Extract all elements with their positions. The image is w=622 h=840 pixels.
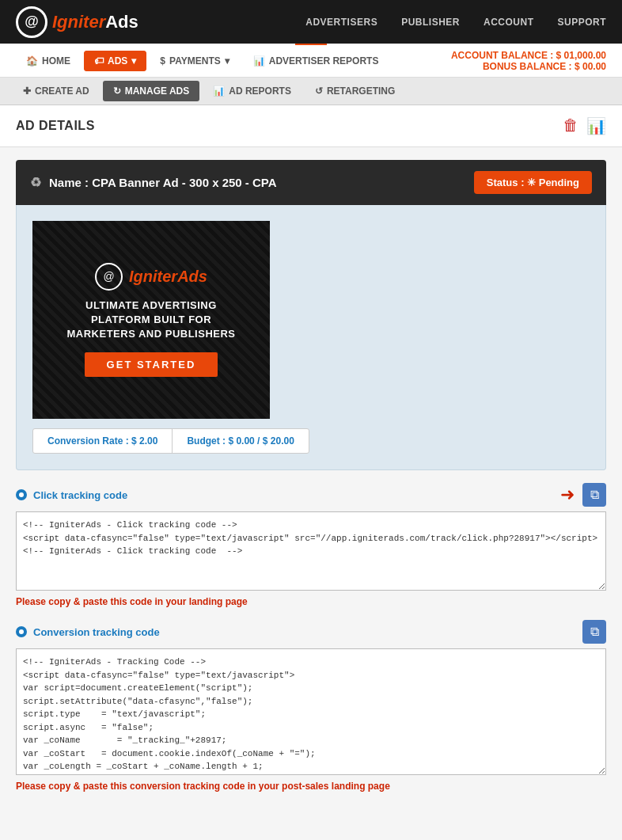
click-tracking-copy-area: ➜ ⧉: [560, 483, 606, 507]
page-title-actions: 🗑 📊: [563, 116, 606, 135]
tab-payments[interactable]: $ PAYMENTS ▾: [150, 51, 239, 71]
ad-banner-content: @ IgniterAds ULTIMATE ADVERTISINGPLATFOR…: [59, 255, 243, 386]
conversion-tracking-title: Conversion tracking code: [33, 626, 160, 638]
conversion-tracking-note: Please copy & paste this conversion trac…: [16, 781, 606, 792]
create-ad-icon: ✚: [23, 86, 31, 97]
logo-text: IgniterAds: [52, 12, 138, 32]
banner-logo: @ IgniterAds: [66, 263, 235, 291]
ad-name: Name : CPA Banner Ad - 300 x 250 - CPA: [49, 176, 277, 189]
click-tracking-label-row: Click tracking code ➜ ⧉: [16, 483, 606, 507]
logo-text-brand: Igniter: [52, 12, 105, 32]
conversion-tracking-radio[interactable]: [16, 626, 27, 637]
second-nav: ✚ CREATE AD ↻ MANAGE ADS 📊 AD REPORTS ↺ …: [0, 78, 622, 105]
page-title: AD DETAILS: [16, 119, 95, 133]
bonus-balance-label: BONUS BALANCE :: [483, 61, 572, 72]
status-icon: ✳: [527, 177, 539, 188]
stats-row: Conversion Rate : $ 2.00 Budget : $ 0.00…: [32, 428, 309, 454]
status-badge: Status : ✳ Pending: [474, 171, 592, 194]
banner-logo-brand: Ads: [177, 268, 207, 285]
nav-publisher[interactable]: PUBLISHER: [401, 17, 460, 28]
account-balance-label: ACCOUNT BALANCE :: [451, 50, 553, 61]
banner-tagline: ULTIMATE ADVERTISINGPLATFORM BUILT FORMA…: [66, 298, 235, 342]
create-ad-label: CREATE AD: [35, 86, 89, 97]
tab-ads[interactable]: 🏷 ADS ▾: [84, 51, 146, 71]
tab-home[interactable]: 🏠 HOME: [16, 51, 81, 71]
payments-icon: $: [160, 55, 165, 67]
page-title-bar: AD DETAILS 🗑 📊: [0, 105, 622, 147]
delete-button[interactable]: 🗑: [563, 116, 578, 135]
conversion-rate-cell: Conversion Rate : $ 2.00: [33, 429, 173, 453]
retargeting-label: RETARGETING: [327, 86, 395, 97]
nav-advertisers[interactable]: ADVERTISERS: [305, 17, 377, 28]
reports-icon: 📊: [253, 55, 265, 67]
banner-cta: GET STARTED: [85, 352, 218, 377]
bonus-balance-value: $ 00.00: [575, 61, 606, 72]
status-label: Status :: [487, 177, 525, 188]
ad-reports-label: AD REPORTS: [229, 86, 291, 97]
nav-account[interactable]: ACCOUNT: [484, 17, 534, 28]
banner-logo-text: IgniterAds: [129, 268, 207, 286]
ad-recycle-icon: ♻: [30, 175, 41, 190]
click-tracking-label: Click tracking code: [16, 489, 127, 501]
budget-label: Budget :: [187, 435, 226, 447]
conversion-tracking-copy-area: ⧉: [582, 620, 606, 644]
ad-banner: @ IgniterAds ULTIMATE ADVERTISINGPLATFOR…: [32, 221, 270, 419]
budget-value: $ 0.00 / $ 20.00: [228, 435, 294, 447]
manage-ads-icon: ↻: [113, 86, 121, 97]
logo-area: @ IgniterAds: [16, 6, 305, 38]
tab-retargeting[interactable]: ↺ RETARGETING: [305, 81, 405, 101]
budget-cell: Budget : $ 0.00 / $ 20.00: [173, 429, 308, 453]
arrow-icon: ➜: [560, 485, 575, 505]
click-tracking-radio[interactable]: [16, 489, 27, 500]
ads-icon: 🏷: [94, 55, 104, 67]
click-tracking-copy-btn[interactable]: ⧉: [582, 483, 606, 507]
status-value: Pending: [539, 177, 579, 188]
bonus-balance-row: BONUS BALANCE : $ 00.00: [451, 61, 606, 72]
manage-ads-label: MANAGE ADS: [125, 86, 190, 97]
banner-logo-plain: Igniter: [129, 268, 177, 285]
tab-manage-ads[interactable]: ↻ MANAGE ADS: [103, 81, 200, 101]
conversion-tracking-label-row: Conversion tracking code ⧉: [16, 620, 606, 644]
nav-support[interactable]: SUPPORT: [557, 17, 606, 28]
account-balance-row: ACCOUNT BALANCE : $ 01,000.00: [451, 50, 606, 61]
tab-payments-label: PAYMENTS: [169, 55, 221, 67]
tab-create-ad[interactable]: ✚ CREATE AD: [13, 81, 100, 101]
payments-dropdown-icon: ▾: [225, 55, 229, 67]
balance-info: ACCOUNT BALANCE : $ 01,000.00 BONUS BALA…: [451, 50, 606, 72]
tab-ad-reports[interactable]: 📊 AD REPORTS: [203, 81, 302, 101]
conversion-rate-label: Conversion Rate :: [47, 435, 129, 447]
stats-button[interactable]: 📊: [586, 116, 606, 135]
conversion-tracking-code[interactable]: [16, 648, 606, 775]
conversion-tracking-label: Conversion tracking code: [16, 626, 160, 638]
balance-bar: 🏠 HOME 🏷 ADS ▾ $ PAYMENTS ▾ 📊 ADVERTISER…: [0, 45, 622, 78]
ad-banner-container: @ IgniterAds ULTIMATE ADVERTISINGPLATFOR…: [32, 221, 270, 419]
ad-preview-card: @ IgniterAds ULTIMATE ADVERTISINGPLATFOR…: [16, 205, 606, 470]
tab-advertiser-reports-label: ADVERTISER REPORTS: [269, 55, 379, 67]
conversion-rate-value: $ 2.00: [131, 435, 157, 447]
tab-home-label: HOME: [42, 55, 70, 67]
tab-advertiser-reports[interactable]: 📊 ADVERTISER REPORTS: [243, 51, 389, 71]
click-tracking-section: Click tracking code ➜ ⧉ Please copy & pa…: [16, 483, 606, 607]
click-tracking-code[interactable]: [16, 511, 606, 591]
top-nav-links: ADVERTISERS PUBLISHER ACCOUNT SUPPORT: [305, 17, 606, 28]
banner-logo-icon: @: [95, 263, 123, 291]
tab-ads-label: ADS: [108, 55, 127, 67]
click-tracking-title: Click tracking code: [33, 489, 127, 501]
conversion-tracking-copy-btn[interactable]: ⧉: [582, 620, 606, 644]
top-navbar: @ IgniterAds ADVERTISERS PUBLISHER ACCOU…: [0, 0, 622, 44]
ad-reports-icon: 📊: [213, 86, 225, 97]
content-area: ♻ Name : CPA Banner Ad - 300 x 250 - CPA…: [0, 147, 622, 817]
main-nav-tabs: 🏠 HOME 🏷 ADS ▾ $ PAYMENTS ▾ 📊 ADVERTISER…: [16, 51, 389, 71]
logo-text-plain: Ads: [105, 12, 138, 32]
ad-name-left: ♻ Name : CPA Banner Ad - 300 x 250 - CPA: [30, 175, 277, 190]
account-balance-value: $ 01,000.00: [556, 50, 606, 61]
conversion-tracking-section: Conversion tracking code ⧉ Please copy &…: [16, 620, 606, 792]
ads-dropdown-icon: ▾: [131, 55, 136, 67]
logo-icon: @: [16, 6, 47, 38]
click-tracking-note: Please copy & paste this code in your la…: [16, 596, 606, 607]
retargeting-icon: ↺: [315, 86, 323, 97]
ad-name-header: ♻ Name : CPA Banner Ad - 300 x 250 - CPA…: [16, 160, 606, 205]
home-icon: 🏠: [26, 55, 38, 67]
